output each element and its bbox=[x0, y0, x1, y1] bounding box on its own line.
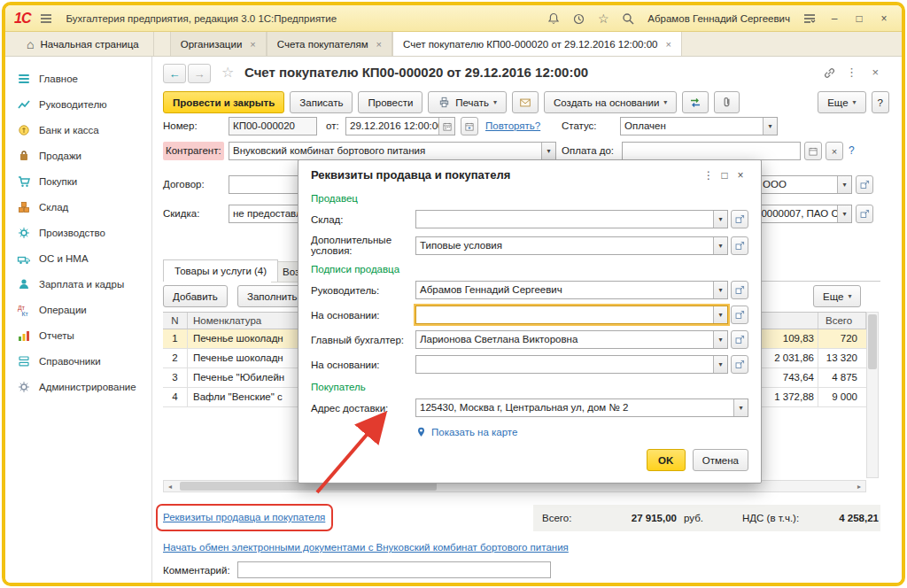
clear-date-button[interactable]: × bbox=[826, 142, 843, 160]
date-input[interactable]: 29.12.2016 12:00:00 bbox=[345, 117, 455, 135]
user-name[interactable]: Абрамов Геннадий Сергеевич bbox=[647, 13, 790, 24]
close-tab-icon[interactable]: × bbox=[250, 39, 255, 50]
scroll-left-arrow[interactable]: ◂ bbox=[164, 483, 176, 491]
warehouse-open-button[interactable] bbox=[731, 210, 748, 228]
edi-exchange-button[interactable] bbox=[682, 91, 709, 113]
dialog-close-icon[interactable]: × bbox=[733, 169, 748, 182]
dialog-maximize-icon[interactable]: □ bbox=[717, 169, 733, 182]
basis1-input[interactable]: ▾ bbox=[415, 306, 728, 324]
show-on-map-link[interactable]: Показать на карте bbox=[431, 427, 517, 437]
manager-input[interactable]: Абрамов Геннадий Сергеевич ▾ bbox=[415, 281, 728, 299]
main-menu-icon[interactable] bbox=[37, 11, 55, 27]
more-button[interactable]: Еще ▾ bbox=[818, 91, 865, 113]
sidebar-item-purchases[interactable]: Покупки bbox=[5, 168, 151, 194]
dropdown-icon[interactable]: ▾ bbox=[713, 282, 727, 298]
dropdown-icon[interactable]: ▾ bbox=[763, 118, 777, 135]
number-input[interactable]: КП00-000020 bbox=[229, 117, 317, 135]
nav-forward-button[interactable]: → bbox=[188, 64, 211, 83]
dropdown-icon[interactable]: ▾ bbox=[713, 211, 727, 228]
add-row-button[interactable]: Добавить bbox=[163, 285, 228, 307]
sidebar-item-sales[interactable]: Продажи bbox=[5, 143, 151, 168]
scrollbar-thumb[interactable] bbox=[868, 314, 877, 369]
dropdown-icon[interactable]: ▾ bbox=[713, 331, 727, 348]
cell-n[interactable]: 4 bbox=[163, 388, 188, 406]
nav-back-button[interactable]: ← bbox=[163, 64, 186, 83]
close-document-icon[interactable]: × bbox=[872, 66, 879, 79]
bank-account-open-button[interactable] bbox=[856, 205, 873, 223]
cell-total[interactable]: 13 320 bbox=[818, 349, 866, 368]
service-menu-icon[interactable] bbox=[801, 11, 818, 27]
print-button[interactable]: Печать ▾ bbox=[428, 91, 507, 113]
basis2-open-button[interactable] bbox=[731, 355, 748, 374]
conditions-input[interactable]: Типовые условия ▾ bbox=[415, 236, 728, 255]
minimize-button[interactable]: – bbox=[826, 12, 843, 25]
dropdown-icon[interactable]: ▾ bbox=[733, 399, 748, 416]
sidebar-item-production[interactable]: Производство bbox=[5, 220, 151, 245]
close-tab-icon[interactable]: × bbox=[666, 39, 671, 50]
cell-n[interactable]: 2 bbox=[163, 349, 188, 368]
help-button[interactable]: ? bbox=[872, 91, 889, 113]
cell-n[interactable]: 1 bbox=[163, 329, 188, 348]
notifications-bell-icon[interactable] bbox=[545, 11, 562, 27]
cancel-button[interactable]: Отмена bbox=[693, 449, 748, 471]
attachments-button[interactable] bbox=[714, 91, 740, 113]
more-menu-icon[interactable]: ⋮ bbox=[846, 66, 857, 79]
dropdown-icon[interactable]: ▾ bbox=[837, 205, 851, 222]
accountant-open-button[interactable] bbox=[731, 330, 748, 349]
tab-goods-services[interactable]: Товары и услуги (4) bbox=[163, 259, 278, 282]
col-header-n[interactable]: N bbox=[163, 313, 188, 329]
post-and-close-button[interactable]: Провести и закрыть bbox=[163, 91, 284, 113]
conditions-open-button[interactable] bbox=[731, 236, 748, 255]
favorite-star-icon[interactable]: ☆ bbox=[221, 64, 234, 81]
fill-button[interactable]: Заполнить bbox=[237, 285, 306, 307]
tab-home[interactable]: ⌂ Начальная страница bbox=[12, 32, 154, 56]
col-header-total[interactable]: Всего bbox=[818, 313, 866, 329]
sidebar-item-warehouse[interactable]: Склад bbox=[5, 194, 151, 220]
set-date-button[interactable] bbox=[461, 117, 478, 135]
seller-buyer-details-link[interactable]: Реквизиты продавца и покупателя bbox=[163, 512, 325, 522]
dropdown-icon[interactable]: ▾ bbox=[713, 306, 727, 323]
sidebar-item-administration[interactable]: Администрирование bbox=[5, 374, 151, 399]
table-more-button[interactable]: Еще ▾ bbox=[813, 285, 861, 307]
dropdown-icon[interactable]: ▾ bbox=[713, 356, 727, 373]
dropdown-icon[interactable]: ▾ bbox=[837, 176, 851, 193]
create-on-base-button[interactable]: Создать на основании ▾ bbox=[544, 91, 677, 113]
cell-total[interactable]: 9 000 bbox=[818, 388, 866, 406]
sidebar-item-bank-cash[interactable]: Банк и касса bbox=[5, 117, 151, 143]
manager-open-button[interactable] bbox=[731, 281, 748, 299]
sidebar-item-operations[interactable]: ДтКт Операции bbox=[5, 297, 151, 322]
dropdown-icon[interactable]: ▾ bbox=[713, 237, 727, 254]
ok-button[interactable]: OK bbox=[647, 449, 686, 471]
sidebar-item-manager[interactable]: Руководителю bbox=[5, 91, 151, 117]
sidebar-item-main[interactable]: Главное bbox=[5, 66, 151, 91]
history-icon[interactable] bbox=[570, 11, 587, 27]
repeat-link[interactable]: Повторять? bbox=[485, 117, 540, 135]
maximize-button[interactable]: □ bbox=[850, 12, 868, 25]
pay-until-help-icon[interactable]: ? bbox=[849, 142, 855, 160]
comment-input[interactable] bbox=[237, 561, 551, 578]
vertical-scrollbar[interactable] bbox=[866, 312, 879, 478]
search-icon[interactable] bbox=[619, 11, 637, 27]
delivery-address-input[interactable]: 125430, Москва г, Центральная ул, дом № … bbox=[415, 398, 748, 417]
sidebar-item-reports[interactable]: Отчеты bbox=[5, 322, 151, 348]
basis1-open-button[interactable] bbox=[731, 306, 748, 324]
calendar-icon[interactable] bbox=[438, 118, 454, 135]
pay-until-calendar-button[interactable] bbox=[804, 142, 822, 160]
cell-total[interactable]: 4 875 bbox=[818, 368, 866, 387]
tab-customer-invoices[interactable]: Счета покупателям × bbox=[267, 32, 392, 56]
close-window-button[interactable]: × bbox=[875, 12, 893, 25]
write-button[interactable]: Записать bbox=[290, 91, 353, 113]
counterparty-input[interactable]: Внуковский комбинат бортового питания ▾ bbox=[229, 142, 556, 160]
pay-until-input[interactable] bbox=[622, 142, 801, 160]
favorites-star-icon[interactable]: ☆ bbox=[594, 11, 612, 27]
dropdown-icon[interactable]: ▾ bbox=[541, 143, 555, 159]
sidebar-item-salary-hr[interactable]: Зарплата и кадры bbox=[5, 271, 151, 297]
cell-n[interactable]: 3 bbox=[163, 368, 188, 387]
sidebar-item-references[interactable]: Справочники bbox=[5, 348, 151, 374]
status-select[interactable]: Оплачен ▾ bbox=[620, 117, 778, 135]
organization-open-button[interactable] bbox=[856, 175, 873, 194]
accountant-input[interactable]: Ларионова Светлана Викторовна ▾ bbox=[415, 330, 728, 349]
tab-organizations[interactable]: Организации × bbox=[170, 32, 267, 56]
warehouse-input[interactable]: ▾ bbox=[415, 210, 728, 228]
get-link-icon[interactable] bbox=[823, 66, 836, 82]
